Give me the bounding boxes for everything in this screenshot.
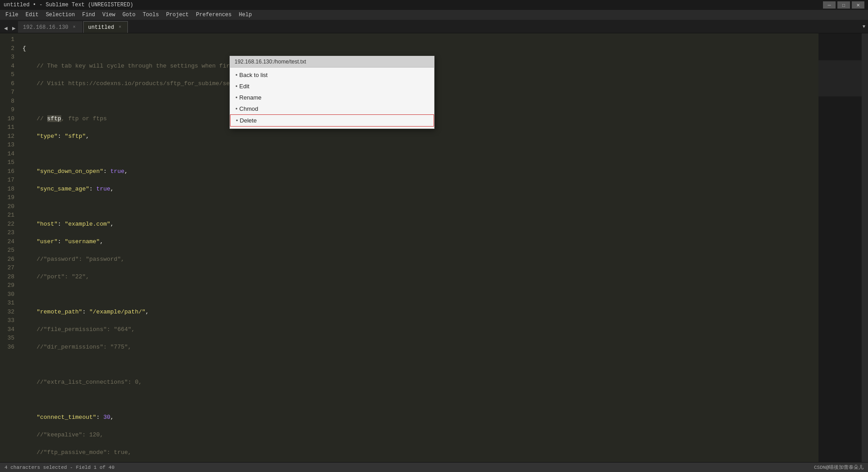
context-menu-chmod-label: Chmod — [240, 105, 258, 112]
menu-project[interactable]: Project — [163, 11, 192, 19]
menu-selection[interactable]: Selection — [42, 11, 79, 19]
title-bar-left: untitled • - Sublime Text (UNREGISTERED) — [4, 2, 133, 8]
code-line-16: "remote_path": "/example/path/", — [23, 308, 818, 317]
context-menu-back-to-list-label: Back to list — [240, 72, 268, 78]
bullet-delete: • — [236, 117, 238, 124]
code-line-1: { — [23, 44, 818, 53]
line-num-7: 7 — [0, 88, 14, 97]
tab-192-label: 192.168.16.130 — [23, 24, 68, 31]
status-bar-left: 4 characters selected - Field 1 of 40 — [5, 465, 114, 470]
menu-edit[interactable]: Edit — [22, 11, 42, 19]
code-line-14: //"port": "22", — [23, 272, 818, 281]
line-num-3: 3 — [0, 53, 14, 62]
code-line-20: //"extra_list_connections": 0, — [23, 378, 818, 387]
tab-nav-next[interactable]: ▶ — [10, 23, 18, 33]
context-panel[interactable]: 192.168.16.130:/home/test.txt • Back to … — [230, 56, 434, 129]
tab-192-close[interactable]: × — [71, 24, 77, 31]
context-menu-back-to-list[interactable]: • Back to list — [230, 69, 434, 81]
line-num-1: 1 — [0, 35, 14, 44]
line-num-34: 34 — [0, 325, 14, 334]
close-button[interactable]: ✕ — [852, 1, 864, 9]
tab-untitled-close[interactable]: × — [117, 24, 123, 31]
line-num-13: 13 — [0, 141, 14, 150]
line-numbers: 1 2 3 4 5 6 7 8 9 10 11 12 13 14 15 16 1… — [0, 33, 19, 462]
line-num-8: 8 — [0, 97, 14, 106]
menu-help[interactable]: Help — [235, 11, 256, 19]
menu-preferences[interactable]: Preferences — [192, 11, 235, 19]
menu-bar: File Edit Selection Find View Goto Tools… — [0, 10, 868, 20]
code-line-9: "sync_same_age": true, — [23, 185, 818, 194]
right-gutter — [818, 33, 868, 462]
code-line-24: //"ftp_passive_mode": true, — [23, 448, 818, 457]
line-num-28: 28 — [0, 272, 14, 281]
context-menu-edit[interactable]: • Edit — [230, 81, 434, 92]
line-num-21: 21 — [0, 211, 14, 220]
code-line-13: //"password": "password", — [23, 255, 818, 264]
title-bar-title: untitled • - Sublime Text (UNREGISTERED) — [4, 2, 133, 8]
line-num-16: 16 — [0, 167, 14, 176]
code-line-12: "user": "username", — [23, 237, 818, 246]
context-panel-header: 192.168.16.130:/home/test.txt — [230, 56, 434, 68]
line-num-24: 24 — [0, 237, 14, 246]
tab-bar: ◀ ▶ 192.168.16.130 × untitled × ▼ — [0, 20, 868, 33]
line-num-9: 9 — [0, 105, 14, 114]
line-num-23: 23 — [0, 228, 14, 237]
context-menu-rename[interactable]: • Rename — [230, 92, 434, 103]
menu-view[interactable]: View — [99, 11, 119, 19]
status-bar: 4 characters selected - Field 1 of 40 CS… — [0, 462, 868, 472]
code-line-19 — [23, 360, 818, 369]
line-num-29: 29 — [0, 281, 14, 290]
tab-untitled[interactable]: untitled × — [83, 21, 128, 33]
code-line-6: "type": "sftp", — [23, 132, 818, 141]
line-num-14: 14 — [0, 150, 14, 159]
context-menu-delete-label: Delete — [240, 117, 257, 124]
line-num-5: 5 — [0, 70, 14, 79]
bullet-back-to-list: • — [235, 72, 238, 78]
tab-dropdown-button[interactable]: ▼ — [860, 21, 868, 31]
minimap-viewport — [818, 60, 862, 96]
line-num-36: 36 — [0, 343, 14, 352]
line-num-27: 27 — [0, 263, 14, 272]
code-line-7 — [23, 150, 818, 159]
code-line-11: "host": "example.com", — [23, 220, 818, 229]
minimize-button[interactable]: ─ — [823, 1, 836, 9]
context-menu-delete[interactable]: • Delete — [230, 114, 434, 127]
line-num-6: 6 — [0, 79, 14, 88]
line-num-12: 12 — [0, 132, 14, 141]
context-menu-rename-label: Rename — [240, 94, 262, 101]
maximize-button[interactable]: □ — [837, 1, 850, 9]
menu-file[interactable]: File — [2, 11, 22, 19]
status-bar-right: CSDN@喵後加蕾泰朵儿 — [814, 464, 863, 471]
title-bar: untitled • - Sublime Text (UNREGISTERED)… — [0, 0, 868, 10]
line-num-2: 2 — [0, 44, 14, 53]
tab-end-space — [129, 21, 860, 33]
line-num-35: 35 — [0, 334, 14, 343]
line-num-10: 10 — [0, 114, 14, 123]
code-line-23: //"keepalive": 120, — [23, 431, 818, 440]
context-menu-chmod[interactable]: • Chmod — [230, 103, 434, 114]
menu-find[interactable]: Find — [78, 11, 99, 19]
tab-192[interactable]: 192.168.16.130 × — [18, 21, 82, 33]
context-menu-edit-label: Edit — [240, 83, 249, 90]
menu-tools[interactable]: Tools — [139, 11, 163, 19]
code-line-18: //"dir_permissions": "775", — [23, 343, 818, 352]
code-line-21 — [23, 395, 818, 404]
editor-container: 1 2 3 4 5 6 7 8 9 10 11 12 13 14 15 16 1… — [0, 33, 868, 462]
scrollbar[interactable] — [862, 33, 868, 462]
line-num-15: 15 — [0, 158, 14, 167]
bullet-edit: • — [235, 83, 238, 90]
title-bar-controls: ─ □ ✕ — [823, 1, 864, 9]
line-num-20: 20 — [0, 202, 14, 211]
code-line-17: //"file_permissions": "664", — [23, 325, 818, 334]
minimap — [818, 33, 862, 462]
bullet-chmod: • — [235, 105, 238, 112]
line-num-4: 4 — [0, 62, 14, 71]
tab-nav-prev[interactable]: ◀ — [2, 23, 10, 33]
context-panel-body: • Back to list • Edit • Rename • Chmod • — [230, 68, 434, 128]
code-line-8: "sync_down_on_open": true, — [23, 167, 818, 176]
line-num-18: 18 — [0, 185, 14, 194]
line-num-19: 19 — [0, 193, 14, 202]
menu-goto[interactable]: Goto — [119, 11, 139, 19]
code-line-10 — [23, 202, 818, 211]
line-num-31: 31 — [0, 299, 14, 308]
